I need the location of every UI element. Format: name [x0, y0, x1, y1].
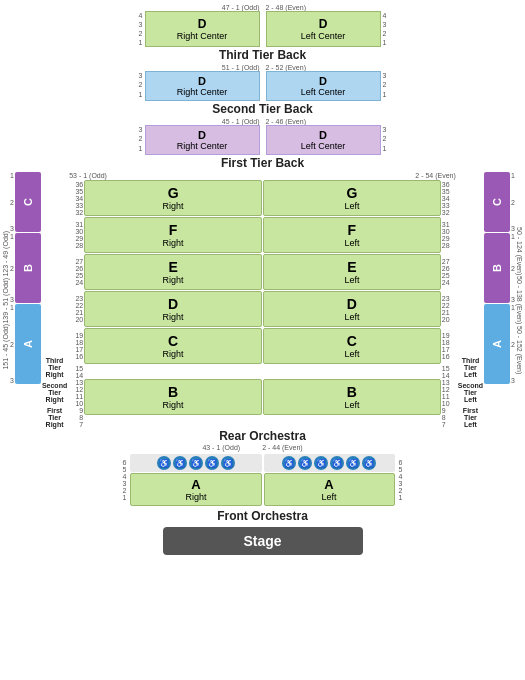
- rear-A-right-block[interactable]: A Right: [130, 473, 261, 506]
- B-left-block[interactable]: B Left: [263, 379, 441, 415]
- B-left-letter: B: [347, 384, 357, 400]
- C-left-block[interactable]: C Left: [263, 328, 441, 364]
- access-icon-1: ♿: [157, 456, 171, 470]
- right-third-tier-label: ThirdTierLeft: [462, 357, 480, 378]
- first-back-right-center-block[interactable]: D Right Center: [145, 125, 260, 155]
- third-left-center-name: Left Center: [301, 31, 346, 41]
- center-orchestra: 53 - 1 (Odd) 2 - 54 (Even) 3635343332 G …: [69, 172, 456, 428]
- F-left-block[interactable]: F Left: [263, 217, 441, 253]
- third-tier-back-label: Third Tier Back: [219, 48, 306, 62]
- left-first-tier-label: FirstTierRight: [46, 407, 64, 428]
- G-left-dir: Left: [344, 201, 359, 211]
- left-side-panels: 123 C 123 B 123 A: [10, 172, 41, 428]
- left-C-nums: 123: [10, 172, 14, 232]
- left-outer-range-top: 123 - 49 (Odd): [2, 231, 9, 277]
- left-outer-range-mid2: 151 - 45 (Odd): [2, 324, 9, 370]
- left-C-block[interactable]: C: [15, 172, 41, 232]
- rear-orch-rows: 654321 ♿ ♿ ♿ ♿ ♿ A Right ♿: [123, 454, 403, 506]
- left-B-nums: 123: [10, 233, 14, 303]
- right-A-label: A: [491, 340, 503, 348]
- second-left-center-block[interactable]: D Left Center: [266, 71, 381, 101]
- right-B-block[interactable]: B: [484, 233, 510, 303]
- second-left-center-letter: D: [319, 75, 327, 87]
- C-left-dir: Left: [344, 349, 359, 359]
- right-outer-range-top: 50 - 124 (Even): [516, 227, 523, 275]
- row-nums-left-F: 31302928: [69, 221, 83, 249]
- F-left-dir: Left: [344, 238, 359, 248]
- first-tier-back: 45 - 1 (Odd) 321 D Right Center 2 - 46 (…: [2, 118, 523, 171]
- E-left-letter: E: [347, 259, 356, 275]
- access-icon-3: ♿: [189, 456, 203, 470]
- F-right-letter: F: [169, 222, 178, 238]
- G-left-block[interactable]: G Left: [263, 180, 441, 216]
- right-C-block[interactable]: C: [484, 172, 510, 232]
- left-C-panel: 123 C: [10, 172, 41, 232]
- left-B-block[interactable]: B: [15, 233, 41, 303]
- E-right-letter: E: [168, 259, 177, 275]
- F-left-letter: F: [348, 222, 357, 238]
- row-nums-left-C: 19181716: [69, 332, 83, 360]
- rear-odd-range: 43 - 1 (Odd): [202, 444, 240, 451]
- access-icon-9: ♿: [330, 456, 344, 470]
- third-left-center-letter: D: [319, 17, 328, 31]
- rear-A-right-dir: Right: [185, 492, 206, 502]
- E-right-block[interactable]: E Right: [84, 254, 262, 290]
- left-second-tier-label: SecondTierRight: [42, 382, 67, 403]
- left-B-panel: 123 B: [10, 233, 41, 303]
- third-right-center-block[interactable]: D Right Center: [145, 11, 260, 47]
- right-C-label: C: [491, 198, 503, 206]
- access-icon-11: ♿: [362, 456, 376, 470]
- B-right-block[interactable]: B Right: [84, 379, 262, 415]
- seating-chart: 47 - 1 (Odd) 4321 D Right Center 2 - 48 …: [0, 0, 525, 559]
- right-C-panel: C 123: [484, 172, 515, 232]
- first-back-left-center-block[interactable]: D Left Center: [266, 125, 381, 155]
- B-left-dir: Left: [344, 400, 359, 410]
- row-B: 151413121110987 B Right B Left 151413121…: [69, 365, 456, 428]
- third-odd-range: 47 - 1 (Odd): [222, 4, 260, 11]
- third-left-center-block[interactable]: D Left Center: [266, 11, 381, 47]
- orch-even-range: 2 - 54 (Even): [415, 172, 455, 179]
- rear-left-row-nums: 654321: [123, 459, 127, 501]
- rear-A-right-letter: A: [191, 477, 200, 492]
- stage-label: Stage: [243, 533, 281, 549]
- G-left-letter: G: [346, 185, 357, 201]
- front-orchestra-label: Front Orchestra: [217, 509, 308, 523]
- row-nums-left-E: 27262524: [69, 258, 83, 286]
- access-icon-7: ♿: [298, 456, 312, 470]
- left-C-label: C: [22, 198, 34, 206]
- second-tier-back-label: Second Tier Back: [212, 102, 313, 116]
- B-right-letter: B: [168, 384, 178, 400]
- left-outer-range-mid1: 139 - 51 (Odd): [2, 278, 9, 324]
- right-second-tier-label: SecondTierLeft: [458, 382, 483, 403]
- rear-even-range: 2 - 44 (Even): [262, 444, 302, 451]
- left-third-tier-label: ThirdTierRight: [46, 357, 64, 378]
- row-F: 31302928 F Right F Left 31302928: [69, 217, 456, 253]
- rear-A-left-block[interactable]: A Left: [264, 473, 395, 506]
- right-A-block[interactable]: A: [484, 304, 510, 384]
- first-back-left-nums: 321: [139, 125, 143, 155]
- right-B-panel: B 123: [484, 233, 515, 303]
- right-side-panels: C 123 B 123 A 123: [484, 172, 515, 428]
- G-right-dir: Right: [163, 201, 184, 211]
- D-right-block[interactable]: D Right: [84, 291, 262, 327]
- rear-orchestra-label: Rear Orchestra: [219, 429, 306, 443]
- left-A-nums: 123: [10, 304, 14, 384]
- access-row-right: ♿ ♿ ♿ ♿ ♿ ♿: [264, 454, 395, 472]
- D-left-block[interactable]: D Left: [263, 291, 441, 327]
- right-tier-labels: ThirdTierLeft SecondTierLeft FirstTierLe…: [458, 172, 483, 428]
- second-right-center-block[interactable]: D Right Center: [145, 71, 260, 101]
- F-right-block[interactable]: F Right: [84, 217, 262, 253]
- access-row-left: ♿ ♿ ♿ ♿ ♿: [130, 454, 261, 472]
- second-left-center-name: Left Center: [301, 87, 346, 97]
- first-back-left-letter: D: [319, 129, 327, 141]
- third-right-center-name: Right Center: [177, 31, 228, 41]
- access-icon-6: ♿: [282, 456, 296, 470]
- far-left-outer: 123 - 49 (Odd) 139 - 51 (Odd) 151 - 45 (…: [2, 172, 9, 428]
- far-right-outer: 50 - 124 (Even) 50 - 138 (Even) 50 - 152…: [516, 172, 523, 428]
- G-right-block[interactable]: G Right: [84, 180, 262, 216]
- C-right-block[interactable]: C Right: [84, 328, 262, 364]
- E-left-block[interactable]: E Left: [263, 254, 441, 290]
- first-back-right-letter: D: [198, 129, 206, 141]
- left-A-block[interactable]: A: [15, 304, 41, 384]
- rear-right-row-nums: 654321: [399, 459, 403, 501]
